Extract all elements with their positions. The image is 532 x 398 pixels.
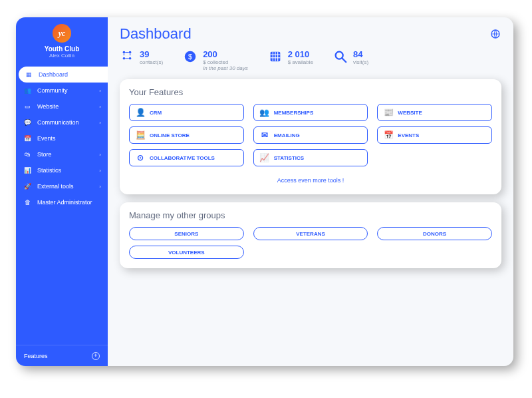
- external-icon: 🚀: [23, 183, 32, 190]
- feature-label: EVENTS: [398, 132, 419, 138]
- sidebar-item-label: Website: [37, 103, 99, 110]
- feature-memberships[interactable]: 👥MEMBERSHIPS: [253, 104, 368, 121]
- comm-icon: 💬: [23, 119, 32, 126]
- feature-online-store[interactable]: 🧮ONLINE STORE: [129, 126, 244, 144]
- features-card: Your Features 👤CRM👥MEMBERSHIPS📰WEBSITE🧮O…: [120, 79, 501, 194]
- feature-label: COLLABORATIVE TOOLS: [150, 155, 215, 161]
- sidebar-item-community[interactable]: 👥Community›: [16, 83, 108, 99]
- features-grid: 👤CRM👥MEMBERSHIPS📰WEBSITE🧮ONLINE STORE✉EM…: [129, 104, 492, 166]
- feature-icon: 📰: [383, 108, 394, 117]
- feature-emailing[interactable]: ✉EMAILING: [253, 126, 368, 144]
- chevron-right-icon: ›: [99, 88, 101, 94]
- chevron-right-icon: ›: [99, 104, 101, 110]
- svg-text:$: $: [188, 53, 192, 61]
- sidebar-item-events[interactable]: 📅Events: [16, 130, 108, 146]
- sidebar-item-communication[interactable]: 💬Communication›: [16, 114, 108, 130]
- sidebar-item-external-tools[interactable]: 🚀External tools›: [16, 178, 108, 194]
- page-title: Dashboard: [120, 25, 192, 43]
- stat-collected: $200$ collectedIn the past 30 days: [183, 49, 248, 71]
- store-icon: 🛍: [23, 151, 32, 158]
- feature-label: ONLINE STORE: [150, 132, 190, 138]
- stat-contacts: 39contact(s): [120, 49, 163, 71]
- plus-icon: +: [92, 352, 100, 360]
- feature-website[interactable]: 📰WEBSITE: [377, 104, 492, 121]
- globe-icon[interactable]: [489, 28, 501, 40]
- dashboard-icon: ▦: [24, 71, 33, 78]
- sidebar-features-label: Features: [24, 353, 48, 359]
- visits-icon: [333, 49, 348, 64]
- header: Dashboard: [120, 25, 501, 43]
- feature-statistics[interactable]: 📈STATISTICS: [253, 149, 368, 166]
- sidebar-item-label: Communication: [37, 119, 99, 126]
- group-volunteers[interactable]: VOLUNTEERS: [129, 246, 244, 259]
- feature-label: MEMBERSHIPS: [274, 110, 314, 116]
- svg-point-3: [123, 57, 126, 60]
- feature-icon: 👤: [135, 108, 146, 117]
- stat-visits: 84visit(s): [333, 49, 368, 71]
- feature-events[interactable]: 📅EVENTS: [377, 126, 492, 144]
- stats-icon: 📊: [23, 167, 32, 174]
- sidebar-features-button[interactable]: Features +: [16, 345, 108, 366]
- feature-icon: ⊙: [135, 153, 146, 162]
- brand-user: Alex Collin: [49, 53, 74, 59]
- sidebar-item-label: Community: [37, 87, 99, 94]
- contacts-icon: [120, 49, 134, 64]
- svg-point-1: [123, 51, 126, 54]
- brand-club: Youth Club: [45, 45, 80, 53]
- feature-icon: 🧮: [135, 130, 146, 140]
- sidebar-item-dashboard[interactable]: ▦Dashboard: [19, 67, 108, 83]
- stat-sub: contact(s): [140, 59, 163, 65]
- feature-label: CRM: [150, 110, 162, 116]
- sidebar-nav: ▦Dashboard👥Community›▭Website›💬Communica…: [16, 67, 108, 210]
- sidebar-item-statistics[interactable]: 📊Statistics›: [16, 162, 108, 178]
- sidebar-item-label: External tools: [37, 183, 99, 190]
- available-icon: [268, 49, 283, 64]
- app-window: yc Youth Club Alex Collin ▦Dashboard👥Com…: [16, 17, 513, 366]
- chevron-right-icon: ›: [99, 168, 101, 174]
- sidebar-item-store[interactable]: 🛍Store›: [16, 146, 108, 162]
- sidebar-item-label: Statistics: [37, 167, 99, 174]
- stat-available: 2 010$ available: [268, 49, 313, 71]
- community-icon: 👥: [23, 87, 32, 94]
- stat-sub: $ collected: [203, 59, 248, 65]
- feature-label: STATISTICS: [274, 155, 304, 161]
- group-donors[interactable]: DONORS: [377, 227, 492, 240]
- stat-sub: visit(s): [353, 59, 368, 65]
- feature-collaborative-tools[interactable]: ⊙COLLABORATIVE TOOLS: [129, 149, 244, 166]
- stat-value: 39: [140, 49, 163, 59]
- feature-icon: 👥: [259, 108, 270, 117]
- sidebar-item-label: Master Administrator: [37, 199, 101, 206]
- stat-value: 2 010: [288, 49, 313, 59]
- chevron-right-icon: ›: [99, 120, 101, 126]
- stat-sub: $ available: [288, 59, 313, 65]
- features-card-title: Your Features: [129, 87, 492, 97]
- svg-point-4: [129, 57, 132, 60]
- stat-note: In the past 30 days: [203, 65, 248, 71]
- sidebar-item-master-administrator[interactable]: 🗑Master Administrator: [16, 194, 108, 210]
- svg-point-2: [129, 51, 132, 54]
- stats-row: 39contact(s)$200$ collectedIn the past 3…: [120, 49, 501, 71]
- brand-logo: yc: [53, 24, 71, 43]
- admin-icon: 🗑: [23, 199, 32, 206]
- feature-icon: ✉: [259, 130, 270, 140]
- events-icon: 📅: [23, 135, 32, 142]
- sidebar-item-label: Dashboard: [39, 71, 101, 78]
- group-veterans[interactable]: VETERANS: [253, 227, 368, 240]
- group-seniors[interactable]: SENIORS: [129, 227, 244, 240]
- chevron-right-icon: ›: [99, 152, 101, 158]
- more-tools-link[interactable]: Access even more tools !: [129, 177, 492, 184]
- stat-value: 84: [353, 49, 368, 59]
- main: Dashboard 39contact(s)$200$ collectedIn …: [108, 17, 513, 366]
- feature-label: WEBSITE: [398, 110, 422, 116]
- feature-crm[interactable]: 👤CRM: [129, 104, 244, 121]
- groups-card: Manage my other groups SENIORSVETERANSDO…: [120, 202, 501, 268]
- svg-line-14: [342, 59, 346, 63]
- collected-icon: $: [183, 49, 198, 64]
- sidebar: yc Youth Club Alex Collin ▦Dashboard👥Com…: [16, 17, 108, 366]
- sidebar-item-website[interactable]: ▭Website›: [16, 99, 108, 114]
- groups-card-title: Manage my other groups: [129, 210, 492, 220]
- feature-label: EMAILING: [274, 132, 300, 138]
- stat-value: 200: [203, 49, 248, 59]
- feature-icon: 📈: [259, 153, 270, 162]
- groups-grid: SENIORSVETERANSDONORSVOLUNTEERS: [129, 227, 492, 259]
